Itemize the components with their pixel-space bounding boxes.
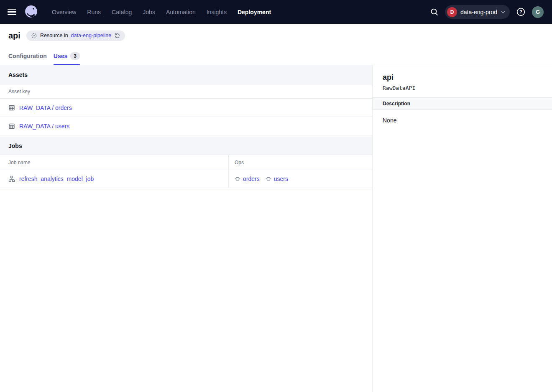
resource-badge-text: Resource in xyxy=(40,33,68,38)
menu-icon[interactable] xyxy=(8,7,18,17)
op-icon xyxy=(266,176,271,181)
table-row: RAW_DATA / orders xyxy=(0,99,372,117)
ops-column-header: Ops xyxy=(229,155,372,170)
panel-resource-name: api xyxy=(383,73,542,82)
panel-resource-type: RawDataAPI xyxy=(383,85,542,91)
code-location-link[interactable]: data-eng-pipeline xyxy=(71,33,112,38)
primary-nav: Overview Runs Catalog Jobs Automation In… xyxy=(46,0,276,24)
app-root: Overview Runs Catalog Jobs Automation In… xyxy=(0,0,552,392)
sync-icon[interactable] xyxy=(114,33,120,39)
chevron-down-icon xyxy=(501,10,506,15)
deployment-initial-badge: D xyxy=(447,7,457,17)
description-section-header: Description xyxy=(373,97,552,110)
uses-main: Assets Asset key xyxy=(0,65,372,392)
tab-uses-count-badge: 3 xyxy=(70,52,80,60)
table-row: RAW_DATA / users xyxy=(0,117,372,135)
nav-right-cluster: D data-eng-prod ? G xyxy=(430,5,544,19)
table-row: refresh_analytics_model_job or xyxy=(0,170,372,188)
op-link[interactable]: users xyxy=(274,176,288,182)
svg-text:?: ? xyxy=(519,9,522,14)
nav-item-catalog[interactable]: Catalog xyxy=(106,0,137,24)
deployment-name: data-eng-prod xyxy=(460,9,497,15)
assets-column-header-row: Asset key xyxy=(0,84,372,99)
asset-link[interactable]: RAW_DATA / users xyxy=(19,123,69,130)
description-value: None xyxy=(373,110,552,131)
asset-table-icon xyxy=(8,104,15,111)
deployment-switcher[interactable]: D data-eng-prod xyxy=(445,5,510,19)
tab-uses[interactable]: Uses 3 xyxy=(54,47,80,65)
tab-uses-label: Uses xyxy=(54,53,67,59)
assets-section-header: Assets xyxy=(0,65,372,84)
jobs-column-header-row: Job name Ops xyxy=(0,155,372,170)
op-chip: users xyxy=(266,176,288,182)
top-nav: Overview Runs Catalog Jobs Automation In… xyxy=(0,0,552,24)
user-avatar[interactable]: G xyxy=(532,6,544,18)
content-area: Assets Asset key xyxy=(0,65,552,392)
op-chip: orders xyxy=(235,176,260,182)
job-link[interactable]: refresh_analytics_model_job xyxy=(19,176,94,182)
tab-configuration-label: Configuration xyxy=(8,53,47,59)
op-icon xyxy=(235,176,240,181)
tab-configuration[interactable]: Configuration xyxy=(8,47,47,65)
jobs-section: Jobs Job name Ops xyxy=(0,137,372,188)
nav-item-insights[interactable]: Insights xyxy=(201,0,232,24)
page-header: api Resource in data-eng-pipeline xyxy=(0,24,552,47)
resource-icon xyxy=(31,33,37,39)
nav-item-runs[interactable]: Runs xyxy=(82,0,106,24)
panel-header: api RawDataAPI xyxy=(373,65,552,97)
resource-badge: Resource in data-eng-pipeline xyxy=(26,31,125,41)
dagster-logo-icon[interactable] xyxy=(23,4,39,20)
asset-table-icon xyxy=(8,123,15,130)
job-name-column-header: Job name xyxy=(0,155,229,170)
nav-item-jobs[interactable]: Jobs xyxy=(137,0,161,24)
resource-detail-panel: api RawDataAPI Description None xyxy=(372,65,552,392)
job-icon xyxy=(8,176,15,182)
assets-section: Assets Asset key xyxy=(0,65,372,135)
asset-link[interactable]: RAW_DATA / orders xyxy=(19,104,72,111)
help-icon[interactable]: ? xyxy=(516,7,526,17)
op-link[interactable]: orders xyxy=(243,176,260,182)
jobs-section-header: Jobs xyxy=(0,137,372,155)
search-icon[interactable] xyxy=(430,8,439,16)
nav-item-deployment[interactable]: Deployment xyxy=(232,0,276,24)
tab-bar: Configuration Uses 3 xyxy=(0,47,552,65)
page-title: api xyxy=(8,31,20,41)
nav-item-overview[interactable]: Overview xyxy=(46,0,82,24)
asset-key-column-header: Asset key xyxy=(0,89,38,94)
nav-item-automation[interactable]: Automation xyxy=(161,0,201,24)
